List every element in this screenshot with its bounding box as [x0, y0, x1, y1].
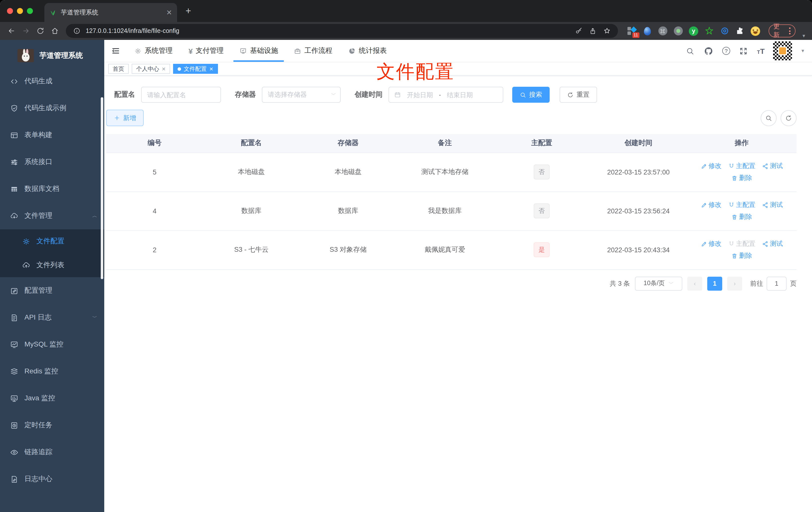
search-button[interactable]: 搜索 — [512, 87, 550, 103]
sidebar-item-code-gen[interactable]: 代码生成 — [0, 68, 104, 95]
chrome-menu-icon[interactable] — [789, 27, 790, 34]
extension-swirl-icon[interactable] — [720, 26, 729, 36]
master-link[interactable]: 主配置 — [728, 161, 755, 171]
nav-system-mgmt[interactable]: 系统管理 — [128, 40, 179, 62]
delete-link[interactable]: 删除 — [731, 212, 752, 221]
sidebar-item-db-doc[interactable]: 数据库文档 — [0, 176, 104, 203]
sidebar-item-redis-monitor[interactable]: Redis 监控 — [0, 358, 104, 385]
delete-link[interactable]: 删除 — [731, 251, 752, 260]
sidebar-item-file-list[interactable]: 文件列表 — [0, 253, 104, 277]
sidebar-item-java-monitor[interactable]: Java 监控 — [0, 385, 104, 412]
reload-button[interactable] — [35, 25, 47, 37]
sidebar-item-log-center[interactable]: 日志中心 — [0, 465, 104, 492]
master-link-disabled[interactable]: 主配置 — [728, 239, 755, 248]
edit-link[interactable]: 修改 — [700, 201, 722, 209]
sidebar-item-scheduled-tasks[interactable]: 定时任务 — [0, 412, 104, 439]
test-link[interactable]: 测试 — [762, 239, 783, 248]
collapse-sidebar-icon[interactable] — [108, 43, 123, 58]
sidebar-item-system-api[interactable]: 系统接口 — [0, 149, 104, 176]
chrome-update-button[interactable]: 更新 — [768, 24, 795, 37]
log-icon — [10, 475, 19, 483]
sidebar-item-tracing[interactable]: 链路追踪 — [0, 439, 104, 465]
tag-file-config[interactable]: 文件配置 ✕ — [173, 64, 218, 74]
cell-time: 2022-03-15 20:43:34 — [590, 230, 687, 269]
sidebar-logo[interactable]: 芋道管理系统 — [0, 43, 104, 68]
url-text[interactable]: 127.0.0.1:1024/infra/file/file-config — [86, 27, 570, 34]
cell-remark: 我是数据库 — [397, 191, 493, 230]
home-button[interactable] — [49, 25, 61, 37]
date-range-picker[interactable]: - — [388, 87, 503, 103]
toolbar-caret-icon[interactable]: ▼ — [802, 33, 806, 40]
new-tab-button[interactable]: + — [185, 6, 191, 16]
search-icon[interactable] — [685, 46, 695, 56]
test-link[interactable]: 测试 — [762, 201, 783, 209]
avatar[interactable] — [773, 41, 792, 60]
nav-reports[interactable]: 统计报表 — [342, 40, 393, 62]
end-date-input[interactable] — [444, 91, 476, 98]
sidebar-item-code-demo[interactable]: 代码生成示例 — [0, 95, 104, 122]
master-link[interactable]: 主配置 — [728, 201, 755, 209]
page-size-select[interactable]: 10条/页 ﹀ — [635, 276, 682, 291]
github-icon[interactable] — [704, 46, 714, 56]
close-window-button[interactable] — [7, 8, 13, 14]
test-link[interactable]: 测试 — [762, 161, 783, 171]
sidebar-scrollbar[interactable] — [101, 97, 103, 279]
col-name: 配置名 — [203, 134, 300, 153]
password-key-icon[interactable] — [574, 26, 584, 36]
nav-workflow[interactable]: 工作流程 — [288, 40, 339, 62]
tag-profile[interactable]: 个人中心 ✕ — [132, 64, 170, 74]
sidebar-item-file-config[interactable]: 文件配置 — [0, 229, 104, 253]
extension-y-icon[interactable]: y — [689, 26, 699, 36]
config-name-input[interactable] — [141, 87, 221, 103]
refresh-table-button[interactable] — [781, 110, 796, 126]
extension-green-dot-icon[interactable] — [673, 26, 683, 36]
sidebar-item-file-mgmt[interactable]: 文件管理 ︿ — [0, 203, 104, 229]
start-date-input[interactable] — [404, 91, 436, 98]
nav-payment-mgmt[interactable]: ¥ 支付管理 — [182, 40, 230, 62]
help-icon[interactable]: ? — [722, 47, 730, 55]
font-size-icon[interactable]: TT — [757, 47, 765, 55]
tag-label: 首页 — [113, 65, 124, 72]
tag-close-icon[interactable]: ✕ — [209, 66, 213, 71]
reset-button[interactable]: 重置 — [560, 87, 597, 103]
toggle-search-button[interactable] — [761, 110, 777, 126]
edit-link[interactable]: 修改 — [700, 239, 722, 248]
back-button[interactable] — [6, 25, 18, 37]
storage-select[interactable]: 请选择存储器 ﹀ — [262, 87, 341, 103]
sidebar-item-api-log[interactable]: API 日志 ﹀ — [0, 304, 104, 331]
shield-check-icon — [10, 104, 19, 113]
goto-page-input[interactable] — [766, 276, 787, 291]
extensions-puzzle-icon[interactable] — [735, 26, 745, 36]
prev-page-button[interactable]: ‹ — [687, 276, 702, 291]
sidebar-item-config-mgmt[interactable]: 配置管理 — [0, 277, 104, 304]
layers-icon — [10, 367, 19, 375]
sidebar-item-label: API 日志 — [24, 313, 86, 322]
delete-link[interactable]: 删除 — [731, 174, 752, 182]
sidebar-item-mysql-monitor[interactable]: MySQL 监控 — [0, 331, 104, 358]
nav-infrastructure[interactable]: 基础设施 — [234, 40, 284, 62]
sidebar-item-form-builder[interactable]: 表单构建 — [0, 122, 104, 149]
next-page-button[interactable]: › — [727, 276, 742, 291]
cell-remark: 戴佩妮真可爱 — [397, 230, 493, 269]
fullscreen-icon[interactable] — [739, 46, 749, 56]
tag-home[interactable]: 首页 — [108, 64, 129, 74]
forward-button[interactable] — [21, 25, 32, 37]
tab-close-icon[interactable]: ✕ — [166, 8, 172, 17]
url-bar[interactable]: 127.0.0.1:1024/infra/file/file-config — [66, 24, 618, 38]
bookmark-star-icon[interactable] — [602, 26, 612, 36]
share-icon[interactable] — [588, 26, 598, 36]
edit-link[interactable]: 修改 — [700, 161, 722, 171]
add-button[interactable]: 新增 — [106, 110, 144, 126]
minimize-window-button[interactable] — [17, 8, 23, 14]
profile-emoji-icon[interactable] — [750, 26, 760, 36]
site-info-icon[interactable] — [72, 26, 82, 36]
extension-command-icon[interactable] — [658, 26, 668, 36]
browser-tab[interactable]: 芋道管理系统 ✕ — [45, 3, 177, 22]
extension-star-icon[interactable] — [704, 26, 714, 36]
extension-grid-icon[interactable]: 11 — [627, 26, 637, 36]
extension-balloon-icon[interactable] — [642, 26, 652, 36]
current-page-button[interactable]: 1 — [707, 276, 722, 291]
tag-close-icon[interactable]: ✕ — [162, 66, 166, 71]
avatar-caret-icon[interactable]: ▼ — [801, 48, 805, 53]
zoom-window-button[interactable] — [27, 8, 33, 14]
